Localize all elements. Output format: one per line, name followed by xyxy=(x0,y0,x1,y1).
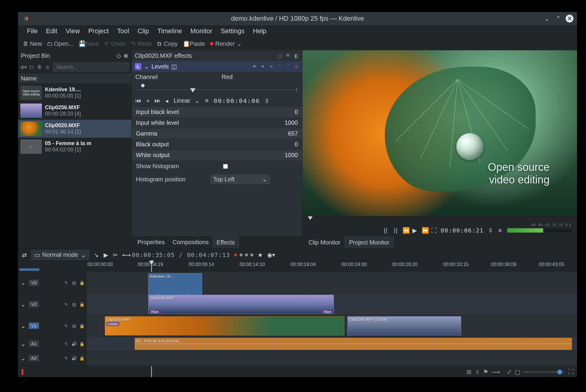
speaker-icon[interactable]: 🔊 xyxy=(71,356,77,361)
bin-item[interactable]: Open sourcevideo editing Kdenlive 19....… xyxy=(18,84,131,102)
tool-cut-icon[interactable]: ✂ xyxy=(113,251,118,259)
track-head-v1[interactable]: ⌄V1✎▤🔒 xyxy=(18,315,87,337)
bin-delete-icon[interactable]: 🗑 xyxy=(37,64,42,70)
tl-fit-icon[interactable]: ⤢ xyxy=(506,368,512,376)
effect-split-icon[interactable]: ◧ xyxy=(294,53,299,59)
mon-fullscreen-icon[interactable]: ⛶ xyxy=(431,227,437,234)
tl-thumbnails-icon[interactable]: ⊞ xyxy=(466,368,472,376)
track-mute-icon[interactable]: ▤ xyxy=(71,323,77,328)
effect-delete-icon[interactable]: 🗑 xyxy=(294,64,299,69)
track-lock-icon[interactable]: 🔒 xyxy=(79,356,84,361)
track-lock-icon[interactable]: 🔒 xyxy=(79,302,84,307)
track-mute-icon[interactable]: ▤ xyxy=(71,280,77,285)
composition-wipe[interactable]: Wipe xyxy=(321,309,334,314)
interp-mode[interactable]: Linear xyxy=(174,97,190,104)
track-head-a1[interactable]: ⌄A1✎🔊🔒 xyxy=(18,337,87,351)
spin-icon[interactable]: ⇳ xyxy=(488,227,493,234)
menu-project[interactable]: Project xyxy=(84,26,113,36)
histogram-position-select[interactable]: Top Left⌄ xyxy=(210,174,270,184)
param-row[interactable]: Input white level1000 xyxy=(132,117,302,128)
kf-menu-icon[interactable]: ≡ xyxy=(204,97,210,104)
menu-tool[interactable]: Tool xyxy=(113,26,133,36)
track-head-v2[interactable]: ⌄V2✎▤🔒 xyxy=(18,294,87,315)
bin-float-icon[interactable]: ◇ xyxy=(116,52,121,59)
clip-audio[interactable]: 05 - Femme à la mer.flac xyxy=(135,338,572,350)
new-button[interactable]: 🗎New xyxy=(23,40,42,47)
track-head-v3[interactable]: ⌄V3✎▤🔒 xyxy=(18,272,87,294)
undo-button[interactable]: ↶Undo xyxy=(104,40,125,47)
track-fx-icon[interactable]: ✎ xyxy=(63,341,69,346)
track-fx-icon[interactable]: ✎ xyxy=(63,356,69,361)
menu-view[interactable]: View xyxy=(61,26,84,36)
mon-play-icon[interactable]: ▶ xyxy=(412,227,417,234)
tl-snap-icon[interactable]: ⟶ xyxy=(491,368,497,376)
track-mute-icon[interactable]: ▤ xyxy=(71,302,77,307)
monitor-timecode[interactable]: 00:00:06:21 xyxy=(441,227,484,234)
tab-effects[interactable]: Effects xyxy=(213,236,239,248)
clip-video-0256[interactable]: Clip0256.MXF Wipe Wipe xyxy=(148,295,334,314)
favorite-icon[interactable]: ★ xyxy=(258,251,263,259)
monitor-preview[interactable]: Open source video editing xyxy=(302,50,577,216)
track-fx-icon[interactable]: ✎ xyxy=(63,280,69,285)
collapse-icon[interactable]: ⌄ xyxy=(20,301,26,308)
track-lock-icon[interactable]: 🔒 xyxy=(79,323,84,328)
effect-keyframe-icon[interactable]: ✦ xyxy=(260,64,266,69)
param-row[interactable]: Gamma657 xyxy=(132,128,302,139)
keyframe-slider[interactable] xyxy=(137,84,297,94)
mon-zone-out-icon[interactable]: ⟩| xyxy=(393,227,398,234)
track-lock-icon[interactable]: 🔒 xyxy=(79,341,84,346)
minimize-button[interactable]: ⌄ xyxy=(543,15,551,22)
collapse-icon[interactable]: ⌄ xyxy=(20,340,26,347)
copy-button[interactable]: ⧉Copy xyxy=(157,40,178,47)
bin-item[interactable]: Clip0256.MXF00:00:28:20 [4] xyxy=(18,102,131,120)
chevron-down-icon[interactable]: ⌄ xyxy=(144,63,149,70)
tl-settings-icon[interactable]: ⇄ xyxy=(22,251,27,259)
tab-compositions[interactable]: Compositions xyxy=(169,236,213,248)
param-row[interactable]: Input black level0 xyxy=(132,107,302,117)
bin-view-icon[interactable]: ≣ xyxy=(45,64,50,70)
kf-prev-icon[interactable]: ⏮ xyxy=(135,97,141,104)
spin-icon[interactable]: ⇳ xyxy=(264,97,269,104)
kf-add-icon[interactable]: ＋ xyxy=(145,97,150,105)
collapse-icon[interactable]: ⌄ xyxy=(20,355,26,362)
speaker-icon[interactable]: 🔊 xyxy=(71,341,77,346)
effect-menu-icon[interactable]: ≡ xyxy=(269,64,274,69)
tl-waveform-icon[interactable]: ⫴ xyxy=(475,368,480,375)
tool-spacer-icon[interactable]: ⟷ xyxy=(122,251,128,259)
tl-markers-icon[interactable]: ⚑ xyxy=(483,368,488,376)
track-fx-icon[interactable]: ✎ xyxy=(63,302,69,307)
collapse-icon[interactable]: ⌄ xyxy=(20,279,26,286)
param-row[interactable]: Black output0 xyxy=(132,139,302,150)
guide-colors[interactable] xyxy=(234,253,253,256)
tab-clip-monitor[interactable]: Clip Monitor xyxy=(304,237,345,248)
param-row[interactable]: White output1000 xyxy=(132,150,302,160)
bin-close-icon[interactable]: ⊗ xyxy=(123,52,128,59)
composition-wipe[interactable]: Wipe xyxy=(149,309,161,314)
paste-button[interactable]: 📋Paste xyxy=(183,40,205,47)
channel-value[interactable]: Red xyxy=(222,74,299,80)
menu-edit[interactable]: Edit xyxy=(42,26,61,36)
timeline-body[interactable]: Kdenlive 19.... Open source video editin… xyxy=(87,272,577,366)
record-voiceover-icon[interactable]: ◉▾ xyxy=(267,251,272,259)
render-button[interactable]: Render⌄ xyxy=(210,40,242,47)
zoom-out-icon[interactable]: ▢ xyxy=(515,368,520,376)
redo-button[interactable]: ↷Redo xyxy=(130,40,152,47)
menu-help[interactable]: Help xyxy=(249,26,271,36)
mon-rewind-icon[interactable]: ⏪ xyxy=(402,227,408,234)
track-lock-icon[interactable]: 🔒 xyxy=(79,280,84,285)
effect-visible-icon[interactable]: 👁 xyxy=(285,53,291,59)
menu-settings[interactable]: Settings xyxy=(216,26,249,36)
bin-new-folder-icon[interactable]: 🗀 xyxy=(29,64,34,70)
menu-timeline[interactable]: Timeline xyxy=(153,26,186,36)
clip-video-0256-b[interactable]: Clip0256.MXF [131%] xyxy=(347,316,461,335)
chevron-down-icon[interactable]: ⌄ xyxy=(195,97,200,104)
effect-up-icon[interactable]: ˄ xyxy=(277,64,282,69)
zone-marker[interactable] xyxy=(19,268,39,271)
zoom-fullscreen-icon[interactable]: ⛶ xyxy=(568,368,573,375)
track-fx-icon[interactable]: ✎ xyxy=(63,323,69,328)
zoom-slider[interactable] xyxy=(523,371,565,373)
maximize-button[interactable]: ⌃ xyxy=(554,15,562,22)
mon-zone-in-icon[interactable]: |⟨ xyxy=(383,227,389,234)
bin-add-clip-icon[interactable]: ⊕▾ xyxy=(20,64,26,70)
bin-item[interactable]: ♫ 05 - Femme à la m00:04:02:00 [1] xyxy=(18,138,131,156)
